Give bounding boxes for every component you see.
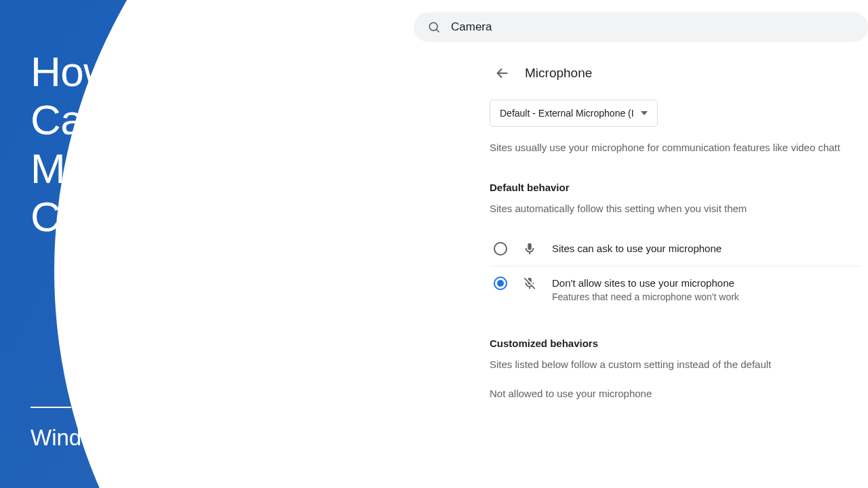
radio-option-ask-label: Sites can ask to use your microphone (552, 241, 722, 256)
chrome-settings-panel: Camera Microphone Default - External Mic… (475, 0, 868, 488)
tutorial-title: How to Allow Your Camera and Microphone … (31, 47, 465, 241)
microphone-icon (522, 241, 537, 256)
divider (31, 407, 71, 408)
radio-option-block-label: Don't allow sites to use your microphone (552, 276, 739, 291)
microphone-off-icon (522, 276, 537, 291)
radio-checked (494, 277, 507, 290)
customized-behaviors-heading: Customized behaviors (490, 338, 861, 349)
tutorial-subtitle: Windows Tutorial (31, 425, 201, 451)
search-input-value: Camera (451, 20, 492, 34)
microphone-device-dropdown[interactable]: Default - External Microphone (I (490, 100, 658, 127)
microphone-description: Sites usually use your microphone for co… (490, 140, 861, 156)
not-allowed-label: Not allowed to use your microphone (490, 388, 861, 399)
title-block: How to Allow Your Camera and Microphone … (31, 47, 465, 241)
svg-point-0 (429, 22, 437, 30)
search-bar[interactable]: Camera (414, 12, 868, 42)
subtitle-block: Windows Tutorial (31, 407, 201, 451)
radio-option-ask[interactable]: Sites can ask to use your microphone (490, 232, 861, 266)
svg-line-1 (437, 30, 439, 33)
chevron-down-icon (641, 111, 648, 115)
default-behavior-heading: Default behavior (490, 182, 861, 193)
customized-behaviors-sub: Sites listed below follow a custom setti… (490, 359, 861, 370)
radio-option-block-sub: Features that need a microphone won't wo… (552, 291, 739, 302)
page-title: Microphone (525, 66, 592, 81)
dropdown-label: Default - External Microphone (I (500, 108, 634, 119)
default-behavior-sub: Sites automatically follow this setting … (490, 203, 861, 214)
settings-content: Default - External Microphone (I Sites u… (475, 100, 868, 399)
radio-unchecked (494, 242, 507, 256)
page-header: Microphone (475, 42, 868, 100)
radio-option-block[interactable]: Don't allow sites to use your microphone… (490, 266, 861, 312)
back-arrow-icon[interactable] (495, 66, 510, 81)
search-icon (427, 20, 441, 34)
